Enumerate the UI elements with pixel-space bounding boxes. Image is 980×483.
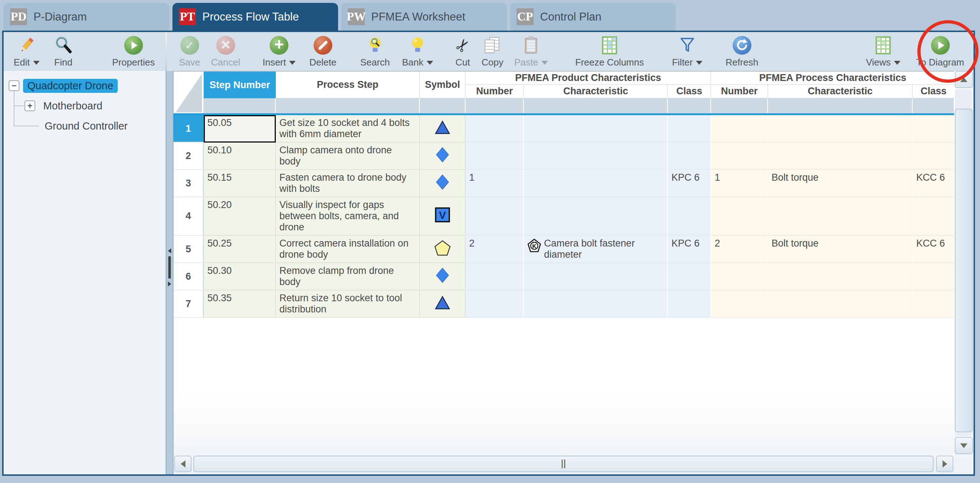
- cell-product-characteristic[interactable]: [524, 115, 668, 143]
- scroll-right-button[interactable]: [936, 456, 953, 472]
- cell-process-number[interactable]: 2: [711, 236, 768, 263]
- cell-process-characteristic[interactable]: [768, 291, 913, 318]
- cell-process-characteristic[interactable]: [768, 115, 913, 143]
- views-button[interactable]: Views: [866, 35, 900, 68]
- column-header-step-number[interactable]: Step Number: [204, 71, 276, 98]
- cell-process-characteristic[interactable]: Bolt torque: [768, 170, 913, 197]
- tree-item-ground-controller[interactable]: Ground Controller: [40, 118, 132, 133]
- group-header-pfmea-product-characteristics[interactable]: PFMEA Product Characteristics: [466, 71, 711, 84]
- tab-pfmea-worksheet[interactable]: PW PFMEA Worksheet: [341, 3, 507, 30]
- row-number[interactable]: 2: [173, 143, 204, 170]
- scroll-down-button[interactable]: [955, 437, 973, 454]
- vertical-scroll-track[interactable]: [955, 89, 973, 436]
- cell-step-number[interactable]: 50.30: [204, 263, 276, 291]
- cell-product-number[interactable]: 1: [466, 170, 524, 197]
- vertical-scroll-thumb[interactable]: [955, 109, 973, 432]
- cell-process-step[interactable]: Return size 10 socket to tool distributi…: [276, 291, 420, 318]
- column-header-process-number[interactable]: Number: [711, 84, 768, 98]
- cell-process-step[interactable]: Remove clamp from drone body: [276, 263, 420, 291]
- cell-process-class[interactable]: KCC 6: [913, 170, 954, 197]
- bank-button[interactable]: Bank: [402, 35, 433, 68]
- cell-product-class[interactable]: [668, 143, 711, 170]
- to-diagram-button[interactable]: To Diagram: [916, 35, 964, 68]
- column-header-product-class[interactable]: Class: [668, 84, 711, 98]
- tab-control-plan[interactable]: CP Control Plan: [510, 3, 676, 30]
- cell-process-step[interactable]: Clamp camera onto drone body: [276, 143, 420, 170]
- cell-product-number[interactable]: [466, 197, 524, 236]
- row-number[interactable]: 7: [173, 291, 204, 318]
- paste-button[interactable]: Paste: [514, 35, 548, 68]
- horizontal-scroll-track[interactable]: [193, 456, 934, 472]
- cell-process-class[interactable]: [913, 263, 954, 291]
- filter-button[interactable]: Filter: [672, 35, 702, 68]
- tree-item-motherboard[interactable]: + Motherboard: [24, 98, 107, 113]
- filter-cell[interactable]: [913, 98, 954, 113]
- cancel-button[interactable]: × Cancel: [211, 35, 240, 68]
- column-header-symbol[interactable]: Symbol: [420, 71, 466, 98]
- cell-product-characteristic[interactable]: [524, 291, 668, 318]
- panel-splitter[interactable]: [165, 71, 173, 474]
- freeze-columns-button[interactable]: Freeze Columns: [575, 35, 644, 68]
- group-header-pfmea-process-characteristics[interactable]: PFMEA Process Characteristics: [711, 71, 954, 84]
- scroll-up-button[interactable]: [955, 71, 973, 88]
- filter-cell[interactable]: [768, 98, 913, 113]
- cell-symbol[interactable]: [420, 291, 466, 318]
- cell-product-class[interactable]: KPC 6: [668, 236, 711, 263]
- column-header-product-characteristic[interactable]: Characteristic: [524, 84, 668, 98]
- cell-symbol[interactable]: [420, 143, 466, 170]
- filter-cell[interactable]: [204, 98, 276, 113]
- row-number[interactable]: 1: [173, 115, 204, 143]
- cell-product-number[interactable]: 2: [466, 236, 524, 263]
- delete-button[interactable]: Delete: [309, 35, 336, 68]
- column-header-process-step[interactable]: Process Step: [276, 71, 420, 98]
- cell-symbol[interactable]: [420, 236, 466, 263]
- cell-process-class[interactable]: [913, 197, 954, 236]
- cell-product-class[interactable]: KPC 6: [668, 170, 711, 197]
- cell-process-number[interactable]: [711, 115, 768, 143]
- cell-product-number[interactable]: [466, 143, 524, 170]
- cell-product-class[interactable]: [668, 291, 711, 318]
- refresh-button[interactable]: Refresh: [725, 35, 758, 68]
- cut-button[interactable]: ✂ Cut: [455, 35, 470, 68]
- cell-step-number[interactable]: 50.20: [204, 197, 276, 236]
- row-number[interactable]: 4: [173, 197, 204, 236]
- cell-process-class[interactable]: KCC 6: [913, 236, 954, 263]
- column-header-process-characteristic[interactable]: Characteristic: [768, 84, 913, 98]
- cell-process-characteristic[interactable]: [768, 197, 913, 236]
- cell-product-class[interactable]: [668, 115, 711, 143]
- cell-product-characteristic[interactable]: [524, 143, 668, 170]
- filter-cell[interactable]: [711, 98, 768, 113]
- insert-button[interactable]: + Insert: [262, 35, 296, 68]
- cell-symbol[interactable]: V: [420, 197, 466, 236]
- column-header-process-class[interactable]: Class: [913, 84, 954, 98]
- cell-product-characteristic[interactable]: KCamera bolt fastener diameter: [524, 236, 668, 263]
- select-all-corner[interactable]: [173, 71, 204, 113]
- tab-p-diagram[interactable]: PD P-Diagram: [3, 3, 169, 30]
- cell-process-step[interactable]: Fasten camera to drone body with bolts: [276, 170, 420, 197]
- cell-process-class[interactable]: [913, 143, 954, 170]
- cell-process-number[interactable]: [711, 291, 768, 318]
- cell-product-characteristic[interactable]: [524, 263, 668, 291]
- cell-process-number[interactable]: [711, 197, 768, 236]
- cell-product-number[interactable]: [466, 291, 524, 318]
- cell-process-characteristic[interactable]: [768, 263, 913, 291]
- cell-product-class[interactable]: [668, 263, 711, 291]
- row-number[interactable]: 3: [173, 170, 204, 197]
- horizontal-scrollbar[interactable]: [173, 454, 954, 474]
- cell-process-step[interactable]: Correct camera installation on drone bod…: [276, 236, 420, 263]
- cell-product-class[interactable]: [668, 197, 711, 236]
- cell-product-number[interactable]: [466, 263, 524, 291]
- vertical-scrollbar[interactable]: [954, 71, 974, 454]
- filter-cell[interactable]: [668, 98, 711, 113]
- find-button[interactable]: Find: [54, 35, 73, 68]
- copy-button[interactable]: Copy: [482, 35, 504, 68]
- collapse-expander-icon[interactable]: −: [9, 80, 19, 91]
- cell-step-number[interactable]: 50.35: [204, 291, 276, 318]
- cell-process-step[interactable]: Get size 10 socket and 4 bolts with 6mm …: [276, 115, 420, 143]
- cell-process-number[interactable]: [711, 143, 768, 170]
- cell-product-characteristic[interactable]: [524, 170, 668, 197]
- search-button[interactable]: Search: [360, 35, 390, 68]
- properties-button[interactable]: Properties: [112, 35, 155, 68]
- filter-cell[interactable]: [276, 98, 420, 113]
- filter-cell[interactable]: [524, 98, 668, 113]
